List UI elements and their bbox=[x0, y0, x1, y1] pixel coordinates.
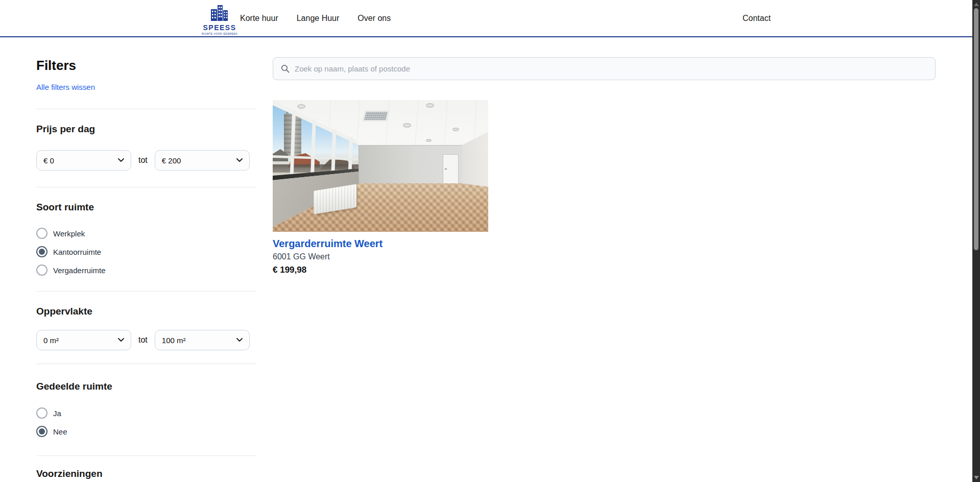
nav-korte-huur[interactable]: Korte huur bbox=[240, 14, 278, 23]
radio-label: Werkplek bbox=[53, 229, 85, 238]
search-input[interactable]: Zoek op naam, plaats of postcode bbox=[273, 57, 936, 80]
nav-lange-huur[interactable]: Lange Huur bbox=[297, 14, 340, 23]
chevron-down-icon bbox=[236, 338, 243, 342]
clear-all-filters-link[interactable]: Alle filters wissen bbox=[36, 83, 95, 91]
surface-from-select[interactable]: 0 m² bbox=[36, 330, 131, 350]
chevron-down-icon bbox=[118, 338, 124, 342]
buildings-icon bbox=[209, 4, 230, 21]
scrollbar-up-arrow-icon[interactable] bbox=[974, 3, 979, 6]
chevron-down-icon bbox=[236, 158, 243, 162]
listing-address: 6001 GG Weert bbox=[273, 252, 488, 261]
surface-from-value: 0 m² bbox=[43, 336, 59, 345]
price-heading: Prijs per dag bbox=[36, 124, 256, 135]
listing-title-link[interactable]: Vergarderruimte Weert bbox=[273, 238, 488, 250]
space-type-heading: Soort ruimte bbox=[36, 202, 256, 213]
ceiling-light bbox=[403, 123, 411, 128]
divider bbox=[36, 455, 256, 456]
chevron-down-icon bbox=[118, 158, 124, 162]
radio-circle bbox=[36, 407, 47, 419]
results-area: Zoek op naam, plaats of postcode bbox=[273, 37, 936, 275]
price-to-value: € 200 bbox=[162, 156, 181, 165]
radio-circle bbox=[36, 264, 47, 276]
radio-vergaderruimte[interactable]: Vergaderruimte bbox=[36, 262, 256, 278]
radio-circle bbox=[36, 426, 47, 437]
ceiling-vent bbox=[362, 110, 389, 122]
price-to-select[interactable]: € 200 bbox=[155, 150, 250, 171]
surface-heading: Oppervlakte bbox=[36, 306, 256, 317]
ceiling-light bbox=[426, 139, 432, 142]
listing-price: € 199,98 bbox=[273, 265, 488, 275]
header: SPEESS RUIMTE VOOR IEDEREEN Korte huur L… bbox=[0, 0, 980, 37]
search-icon bbox=[281, 64, 290, 73]
surface-to-select[interactable]: 100 m² bbox=[155, 330, 250, 350]
filters-sidebar: Filters Alle filters wissen Prijs per da… bbox=[36, 37, 256, 482]
scrollbar-down-arrow-icon[interactable] bbox=[974, 476, 979, 479]
amenities-heading: Voorzieningen bbox=[36, 468, 256, 479]
nav-contact[interactable]: Contact bbox=[743, 0, 771, 36]
photo-door bbox=[443, 154, 459, 184]
radio-ja[interactable]: Ja bbox=[36, 405, 256, 421]
divider bbox=[36, 109, 256, 109]
surface-range-row: 0 m² tot 100 m² bbox=[36, 330, 256, 350]
space-type-group: Werkplek Kantoorruimte Vergaderruimte bbox=[36, 225, 256, 278]
search-placeholder: Zoek op naam, plaats of postcode bbox=[295, 64, 410, 73]
divider bbox=[36, 187, 256, 187]
page-scrollbar[interactable] bbox=[972, 0, 980, 482]
radio-kantoorruimte[interactable]: Kantoorruimte bbox=[36, 244, 256, 260]
radio-circle bbox=[36, 246, 47, 257]
surface-separator: tot bbox=[138, 335, 148, 345]
radio-werkplek[interactable]: Werkplek bbox=[36, 225, 256, 242]
brand-name: SPEESS bbox=[198, 23, 241, 32]
scrollbar-thumb[interactable] bbox=[974, 8, 978, 250]
radio-label: Nee bbox=[53, 427, 67, 436]
radio-circle bbox=[36, 228, 47, 239]
ceiling-light bbox=[452, 128, 459, 131]
ceiling-light bbox=[297, 104, 305, 109]
shared-space-heading: Gedeelde ruimte bbox=[36, 381, 256, 392]
price-range-row: € 0 tot € 200 bbox=[36, 150, 256, 171]
divider bbox=[36, 364, 256, 364]
brand-tagline: RUIMTE VOOR IEDEREEN bbox=[198, 32, 241, 35]
radio-nee[interactable]: Nee bbox=[36, 423, 256, 440]
radio-label: Kantoorruimte bbox=[53, 248, 101, 256]
main-nav: Korte huur Lange Huur Over ons bbox=[240, 0, 391, 36]
ceiling-light bbox=[426, 103, 434, 108]
brand-logo[interactable]: SPEESS RUIMTE VOOR IEDEREEN bbox=[198, 4, 241, 35]
radio-label: Vergaderruimte bbox=[53, 266, 106, 275]
property-photo[interactable] bbox=[273, 100, 488, 232]
surface-to-value: 100 m² bbox=[162, 336, 186, 345]
filters-title: Filters bbox=[36, 58, 256, 74]
divider bbox=[36, 291, 256, 292]
listing-card[interactable]: Vergarderruimte Weert 6001 GG Weert € 19… bbox=[273, 100, 488, 275]
price-from-value: € 0 bbox=[43, 156, 54, 165]
radio-label: Ja bbox=[53, 409, 61, 418]
price-separator: tot bbox=[138, 156, 148, 165]
nav-over-ons[interactable]: Over ons bbox=[357, 14, 391, 23]
shared-space-group: Ja Nee bbox=[36, 405, 256, 440]
price-from-select[interactable]: € 0 bbox=[36, 150, 131, 171]
